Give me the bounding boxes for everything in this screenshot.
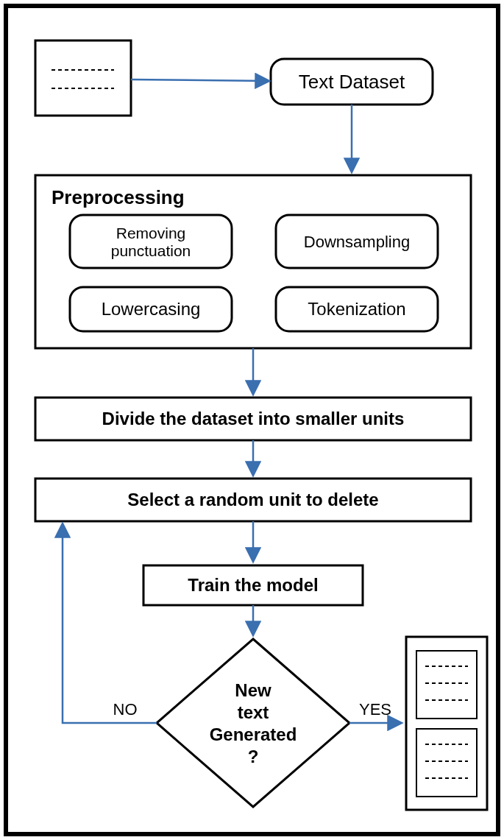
decision-l2: text: [238, 702, 269, 722]
removing-punctuation-l2: punctuation: [111, 242, 191, 259]
decision-l4: ?: [248, 747, 259, 766]
svg-marker-8: [157, 639, 349, 807]
text-dataset-label: Text Dataset: [299, 71, 405, 93]
train-label: Train the model: [188, 575, 318, 595]
train-node: Train the model: [143, 565, 363, 605]
yes-label: YES: [359, 700, 391, 719]
preprocessing-container: Preprocessing Removing punctuation Downs…: [35, 175, 471, 348]
lowercasing-label: Lowercasing: [102, 299, 201, 319]
decision-node: New text Generated ?: [157, 639, 349, 807]
flowchart-diagram: Text Dataset Preprocessing Removing punc…: [0, 0, 504, 840]
downsampling-label: Downsampling: [304, 233, 410, 251]
svg-rect-11: [416, 651, 477, 719]
arrow-no-branch: NO: [63, 524, 157, 723]
tokenization-label: Tokenization: [308, 299, 405, 319]
divide-label: Divide the dataset into smaller units: [102, 409, 405, 428]
preprocessing-title: Preprocessing: [52, 186, 185, 208]
arrow-yes-branch: YES: [349, 700, 401, 723]
arrow-input-to-dataset: [131, 80, 269, 81]
output-documents: [406, 637, 487, 810]
decision-l1: New: [235, 680, 271, 700]
text-dataset-node: Text Dataset: [271, 59, 433, 105]
svg-rect-15: [416, 729, 477, 797]
no-label: NO: [113, 700, 138, 719]
select-random-label: Select a random unit to delete: [127, 490, 378, 509]
svg-rect-0: [35, 40, 131, 116]
divide-node: Divide the dataset into smaller units: [35, 398, 471, 440]
removing-punctuation-l1: Removing: [116, 225, 186, 241]
decision-l3: Generated: [210, 724, 297, 744]
select-random-node: Select a random unit to delete: [35, 479, 471, 521]
input-document: [35, 40, 131, 116]
